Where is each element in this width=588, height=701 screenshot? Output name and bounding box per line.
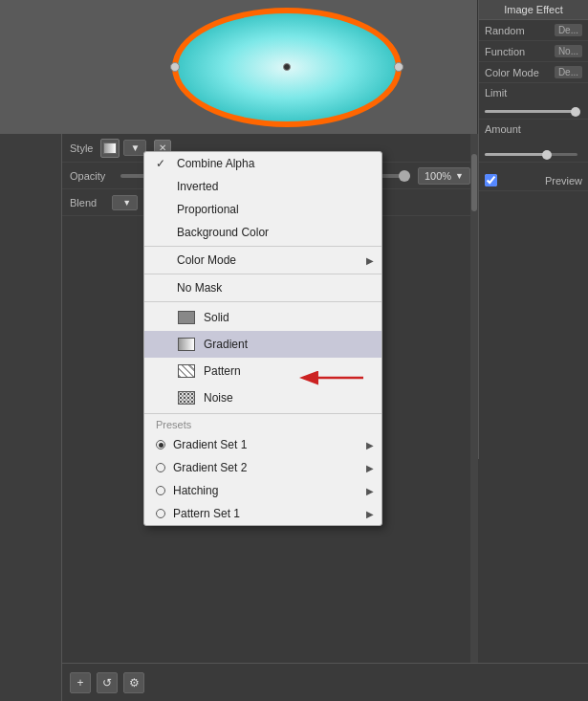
menu-item-gradient[interactable]: Gradient (144, 331, 381, 358)
menu-label-proportional: Proportional (177, 203, 239, 216)
menu-sep-3 (144, 301, 381, 302)
menu-item-no-mask[interactable]: No Mask (144, 276, 381, 299)
menu-item-color-mode[interactable]: Color Mode (144, 249, 381, 272)
limit-label: Limit (485, 87, 507, 99)
menu-item-inverted[interactable]: Inverted (144, 175, 381, 198)
menu-label-inverted: Inverted (177, 180, 218, 193)
menu-item-hatching[interactable]: Hatching (144, 479, 381, 502)
right-panel: Image Effect Random De... Function No...… (478, 0, 588, 459)
blend-dropdown[interactable]: ▼ (112, 195, 138, 210)
amount-label: Amount (485, 123, 521, 135)
radio-gradient-set-1 (156, 440, 165, 449)
opacity-value: 100% (425, 170, 451, 182)
scroll-thumb[interactable] (471, 154, 477, 211)
handle-right[interactable] (394, 62, 403, 72)
opacity-dropdown[interactable]: 100% ▼ (418, 167, 470, 185)
circle-container (153, 5, 421, 129)
preview-label: Preview (545, 175, 582, 186)
solid-icon (177, 309, 196, 326)
menu-sep-1 (144, 246, 381, 247)
right-panel-row-function: Function No... (479, 41, 588, 62)
check-icon-combine-alpha: ✓ (156, 157, 169, 170)
colormode-label: Color Mode (485, 67, 539, 78)
scroll-bar[interactable] (470, 134, 478, 701)
menu-item-gradient-set-2[interactable]: Gradient Set 2 (144, 456, 381, 479)
random-value[interactable]: De... (555, 24, 582, 36)
right-panel-row-limit: Limit (479, 83, 588, 120)
menu-label-solid: Solid (204, 311, 229, 324)
add-button[interactable]: + (70, 672, 91, 693)
blend-label: Blend (70, 197, 97, 208)
menu-item-proportional[interactable]: Proportional (144, 198, 381, 221)
function-value[interactable]: No... (555, 45, 582, 57)
menu-item-pattern[interactable]: Pattern (144, 358, 381, 384)
menu-item-solid[interactable]: Solid (144, 304, 381, 331)
menu-label-gradient-set-1: Gradient Set 1 (173, 438, 247, 451)
reset-button[interactable]: ↺ (97, 672, 118, 693)
menu-sep-2 (144, 274, 381, 274)
function-label: Function (485, 46, 525, 57)
style-icon (100, 139, 120, 158)
menu-sep-4 (144, 413, 381, 414)
right-panel-row-random: Random De... (479, 20, 588, 41)
right-panel-row-colormode: Color Mode De... (479, 62, 588, 83)
canvas-area (0, 0, 478, 134)
opacity-label: Opacity (70, 170, 105, 182)
menu-label-color-mode: Color Mode (177, 253, 236, 267)
right-panel-row-amount: Amount (479, 120, 588, 163)
menu-item-noise[interactable]: Noise (144, 384, 381, 411)
handle-center[interactable] (283, 63, 291, 71)
menu-item-combine-alpha[interactable]: ✓ Combine Alpha (144, 152, 381, 175)
bottom-toolbar: + ↺ ⚙ (62, 663, 588, 701)
gradient-icon (177, 336, 196, 353)
menu-label-background-color: Background Color (177, 226, 269, 239)
menu-item-gradient-set-1[interactable]: Gradient Set 1 (144, 433, 381, 456)
radio-gradient-set-2 (156, 463, 165, 472)
limit-slider[interactable] (485, 110, 577, 113)
menu-label-noise: Noise (204, 391, 233, 405)
menu-label-no-mask: No Mask (177, 281, 222, 295)
handle-left[interactable] (170, 62, 180, 72)
amount-slider[interactable] (485, 153, 577, 156)
menu-item-background-color[interactable]: Background Color (144, 221, 381, 244)
right-panel-row-preview: Preview (479, 170, 588, 191)
menu-label-pattern: Pattern (204, 364, 241, 378)
canvas-circle (172, 8, 402, 127)
menu-item-pattern-set-1[interactable]: Pattern Set 1 (144, 502, 381, 525)
menu-label-pattern-set-1: Pattern Set 1 (173, 507, 240, 520)
radio-pattern-set-1 (156, 509, 165, 518)
menu-label-gradient: Gradient (204, 338, 248, 351)
pattern-icon (177, 362, 196, 380)
menu-label-gradient-set-2: Gradient Set 2 (173, 461, 247, 474)
colormode-value[interactable]: De... (555, 66, 582, 78)
radio-hatching (156, 486, 165, 495)
context-menu: ✓ Combine Alpha Inverted Proportional Ba… (143, 151, 382, 526)
noise-icon (177, 389, 196, 406)
menu-label-hatching: Hatching (173, 484, 218, 497)
settings-button[interactable]: ⚙ (123, 672, 144, 693)
menu-presets-label: Presets (144, 416, 381, 433)
style-label: Style (70, 142, 93, 154)
right-panel-title: Image Effect (479, 0, 588, 20)
preview-checkbox[interactable] (485, 174, 497, 186)
random-label: Random (485, 25, 525, 36)
menu-label-combine-alpha: Combine Alpha (177, 157, 254, 170)
